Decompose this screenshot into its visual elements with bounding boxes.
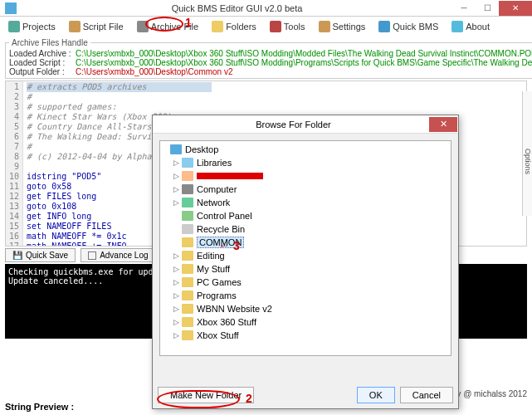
svg-rect-17 — [182, 251, 193, 261]
svg-rect-22 — [182, 317, 193, 327]
svg-rect-2 — [69, 21, 81, 32]
archive-row-label: Loaded Archive : — [9, 49, 76, 58]
checkbox-icon — [88, 251, 96, 260]
tools-icon — [270, 21, 281, 32]
archive-row-value: C:\Users\xmbxb_000\Desktop\Xbox 360 Stuf… — [76, 49, 532, 58]
tree-label: Recycle Bin — [197, 224, 245, 234]
save-icon: 💾 — [12, 251, 22, 260]
expander-icon[interactable]: ▷ — [173, 291, 182, 300]
minimize-button[interactable]: ─ — [452, 1, 476, 16]
cancel-button[interactable]: Cancel — [400, 387, 453, 403]
title-bar: Quick BMS Editor GUI v2.0 beta ─ ☐ ✕ — [0, 0, 532, 17]
string-preview-label: String Preview : — [5, 402, 74, 412]
expander-icon[interactable]: ▷ — [173, 318, 182, 326]
expander-icon[interactable]: ▷ — [173, 185, 182, 193]
folder-icon — [182, 330, 193, 340]
expander-icon[interactable]: ▷ — [173, 278, 182, 286]
computer-icon — [182, 184, 193, 194]
advance-log-checkbox[interactable]: Advance Log — [81, 248, 155, 262]
svg-rect-7 — [378, 21, 390, 32]
tree-item-network[interactable]: ▷Network — [162, 196, 449, 209]
toolbar-projects[interactable]: Projects — [3, 19, 61, 34]
close-button[interactable]: ✕ — [499, 1, 532, 16]
quick-save-button[interactable]: 💾 Quick Save — [5, 248, 76, 262]
toolbar-settings[interactable]: Settings — [314, 19, 371, 34]
expander-icon[interactable]: ▷ — [173, 265, 182, 273]
tree-item-control-panel[interactable]: Control Panel — [162, 209, 449, 222]
user-icon — [182, 171, 193, 181]
panel-icon — [182, 211, 193, 221]
tree-label: Editing — [197, 251, 225, 261]
tree-item-programs[interactable]: ▷Programs — [162, 289, 449, 302]
svg-rect-6 — [319, 21, 330, 32]
folder-icon — [182, 264, 193, 274]
svg-rect-9 — [170, 144, 182, 154]
archive-icon — [137, 21, 149, 32]
archive-row-label: Output Folder : — [9, 67, 76, 76]
tree-label — [197, 171, 263, 181]
toolbar-folders[interactable]: Folders — [207, 19, 261, 34]
folder-icon — [182, 237, 193, 247]
svg-rect-8 — [451, 21, 463, 32]
tree-item-computer[interactable]: ▷Computer — [162, 183, 449, 196]
expander-icon[interactable]: ▷ — [173, 198, 182, 207]
make-new-folder-button[interactable]: Make New Folder — [158, 387, 254, 403]
tree-item-xbox-360-stuff[interactable]: ▷Xbox 360 Stuff — [162, 315, 449, 329]
svg-rect-14 — [182, 211, 193, 221]
archive-row-label: Loaded Script : — [9, 58, 76, 67]
svg-rect-15 — [182, 224, 193, 234]
browse-folder-dialog: Browse For Folder ✕ Desktop▷Libraries▷▷C… — [152, 115, 459, 409]
tree-item-editing[interactable]: ▷Editing — [162, 249, 449, 262]
tree-item-xbox-stuff[interactable]: ▷Xbox Stuff — [162, 329, 449, 342]
folder-tree[interactable]: Desktop▷Libraries▷▷Computer▷NetworkContr… — [159, 140, 451, 356]
folder-icon — [212, 21, 223, 32]
expander-icon[interactable]: ▷ — [173, 251, 182, 260]
script-icon — [69, 21, 81, 32]
tree-item-pc-games[interactable]: ▷PC Games — [162, 276, 449, 289]
bms-icon — [378, 21, 390, 32]
settings-icon — [319, 21, 330, 32]
svg-rect-20 — [182, 290, 193, 300]
expander-icon[interactable]: ▷ — [173, 159, 182, 167]
folder-icon — [182, 290, 193, 300]
svg-rect-19 — [182, 277, 193, 287]
maximize-button[interactable]: ☐ — [476, 1, 499, 16]
tree-item-wbnn-website-v2[interactable]: ▷WBNN Website v2 — [162, 302, 449, 315]
options-sidebar[interactable]: Options — [522, 91, 532, 216]
about-icon — [451, 21, 463, 32]
tree-item-common[interactable]: COMMON — [162, 236, 449, 249]
svg-rect-5 — [270, 21, 281, 32]
svg-rect-21 — [182, 304, 193, 314]
bin-icon — [182, 224, 193, 234]
folder-icon — [182, 251, 193, 261]
tree-label: Control Panel — [197, 211, 252, 221]
archive-row-value: C:\Users\xmbxb_000\Desktop\Xbox 360 Stuf… — [76, 58, 532, 67]
toolbar-about[interactable]: About — [447, 19, 495, 34]
tree-item-my-stuff[interactable]: ▷My Stuff — [162, 262, 449, 276]
tree-label: Xbox Stuff — [197, 330, 239, 340]
tree-label: Desktop — [185, 144, 218, 154]
svg-rect-12 — [182, 184, 193, 194]
tree-label: Programs — [197, 290, 237, 300]
toolbar-script-file[interactable]: Script File — [64, 19, 129, 34]
toolbar-quick-bms[interactable]: Quick BMS — [373, 19, 443, 34]
tree-item-libraries[interactable]: ▷Libraries — [162, 156, 449, 169]
tree-item-recycle-bin[interactable]: Recycle Bin — [162, 222, 449, 236]
archive-legend: Archive Files Handle — [9, 38, 90, 47]
tree-item-desktop[interactable]: Desktop — [162, 143, 449, 156]
dialog-close-button[interactable]: ✕ — [429, 117, 457, 132]
ok-button[interactable]: OK — [357, 387, 395, 403]
svg-rect-16 — [182, 237, 193, 247]
expander-icon[interactable]: ▷ — [173, 172, 182, 180]
desktop-icon — [170, 144, 182, 154]
toolbar-tools[interactable]: Tools — [265, 19, 310, 34]
tree-item-redacted[interactable]: ▷ — [162, 169, 449, 183]
archive-files-panel: Archive Files Handle Loaded Archive :C:\… — [5, 38, 532, 79]
svg-rect-4 — [212, 21, 223, 32]
expander-icon[interactable]: ▷ — [173, 331, 182, 339]
expander-icon[interactable]: ▷ — [173, 305, 182, 313]
svg-rect-1 — [8, 21, 20, 32]
tree-label: Xbox 360 Stuff — [197, 317, 256, 327]
page-icon — [8, 21, 20, 32]
toolbar-archive-file[interactable]: Archive File — [132, 19, 203, 34]
